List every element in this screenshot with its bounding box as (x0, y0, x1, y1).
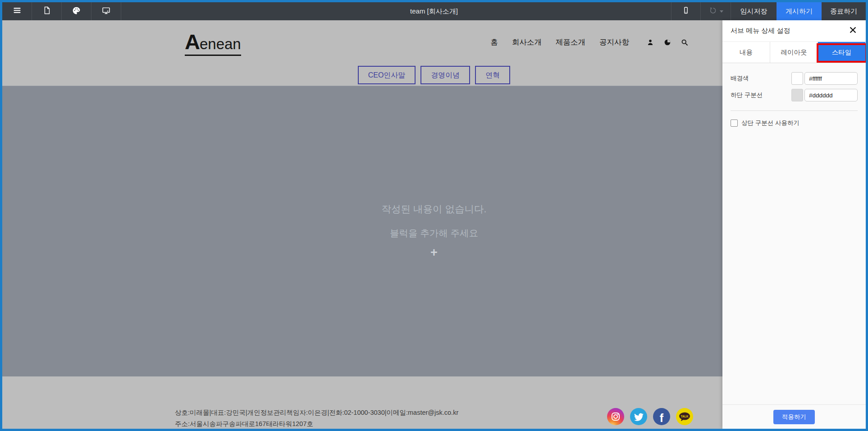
footer-company-info: 상호:미래몰|대표:강민국|개인정보관리책임자:이은경|전화:02-1000-3… (175, 407, 458, 430)
page-icon (42, 6, 51, 17)
footer-info-line1: 상호:미래몰|대표:강민국|개인정보관리책임자:이은경|전화:02-1000-3… (175, 407, 458, 418)
submenu-button-history[interactable]: 연혁 (475, 66, 510, 84)
facebook-glyph: f (660, 413, 663, 424)
top-toolbar: team [회사소개] (2, 2, 866, 20)
top-divider-checkbox-row: 상단 구분선 사용하기 (731, 119, 858, 127)
undo-icon (708, 6, 717, 17)
site-logo[interactable]: Aenean (185, 29, 241, 56)
settings-panel-title: 서브 메뉴 상세 설정 (731, 27, 790, 35)
background-color-label: 배경색 (731, 74, 791, 83)
editor-screen: team [회사소개] (0, 0, 868, 431)
background-color-swatch[interactable] (791, 72, 803, 85)
settings-panel-header: 서브 메뉴 상세 설정 (722, 20, 866, 42)
undo-button[interactable] (700, 2, 731, 20)
twitter-icon[interactable] (630, 408, 647, 425)
temp-save-button[interactable]: 임시저장 (731, 2, 777, 20)
submenu-button-philosophy[interactable]: 경영이념 (420, 66, 470, 84)
social-icon-row: f TALK (607, 408, 693, 425)
palette-icon (72, 6, 81, 17)
nav-item-notice[interactable]: 공지사항 (599, 37, 629, 47)
field-row-bottom-divider: 하단 구분선 (731, 89, 858, 101)
apply-button[interactable]: 적용하기 (773, 410, 815, 424)
close-button[interactable] (848, 25, 858, 37)
preview-button[interactable] (91, 2, 121, 20)
menu-button[interactable] (2, 2, 32, 20)
kakaotalk-icon[interactable]: TALK (676, 408, 693, 425)
instagram-icon[interactable] (607, 408, 624, 425)
settings-tabs: 내용 레이아웃 스타일 (722, 42, 866, 63)
top-divider-checkbox-label: 상단 구분선 사용하기 (741, 119, 799, 127)
nav-item-home[interactable]: 홈 (491, 37, 498, 47)
hamburger-icon (13, 6, 22, 17)
nav-icon-group (646, 38, 689, 46)
settings-panel-footer: 적용하기 (722, 404, 866, 429)
bottom-divider-label: 하단 구분선 (731, 91, 791, 99)
submenu-button-ceo[interactable]: CEO인사말 (358, 66, 416, 84)
background-color-input[interactable] (804, 72, 858, 85)
globe-icon[interactable] (663, 38, 672, 46)
monitor-icon (101, 6, 111, 17)
nav-item-company[interactable]: 회사소개 (512, 37, 542, 47)
site-nav: 홈 회사소개 제품소개 공지사항 (491, 37, 630, 47)
settings-panel: 서브 메뉴 상세 설정 내용 레이아웃 스타일 배경색 하단 구분선 (722, 20, 866, 429)
settings-panel-body: 배경색 하단 구분선 상단 구분선 사용하기 (722, 63, 866, 404)
logo-rest: enean (200, 36, 241, 52)
tab-layout[interactable]: 레이아웃 (770, 42, 818, 63)
kakao-glyph: TALK (681, 415, 689, 418)
toolbar-left-group (2, 2, 121, 20)
bottom-divider-input[interactable] (804, 89, 858, 101)
facebook-icon[interactable]: f (653, 408, 670, 425)
top-divider-checkbox[interactable] (731, 119, 738, 127)
tab-content[interactable]: 내용 (722, 42, 770, 63)
field-row-background-color: 배경색 (731, 72, 858, 85)
caret-down-icon (720, 10, 723, 13)
site-nav-wrap: 홈 회사소개 제품소개 공지사항 (491, 37, 689, 47)
publish-button[interactable]: 게시하기 (777, 2, 822, 20)
tab-style[interactable]: 스타일 (818, 42, 866, 63)
search-icon[interactable] (681, 38, 689, 46)
mobile-icon (681, 6, 690, 17)
mobile-preview-button[interactable] (671, 2, 700, 20)
page-button[interactable] (32, 2, 62, 20)
section-divider (731, 110, 858, 111)
site-header-inner: Aenean 홈 회사소개 제품소개 공지사항 (185, 20, 689, 64)
toolbar-right-group: 임시저장 게시하기 종료하기 (671, 2, 866, 20)
footer-info-line2: 주소:서울시송파구송파대로167태라타워1207호 (175, 418, 458, 430)
logo-initial: A (185, 30, 200, 54)
user-icon[interactable] (646, 38, 654, 46)
site-footer-inner: 상호:미래몰|대표:강민국|개인정보관리책임자:이은경|전화:02-1000-3… (175, 407, 693, 430)
close-icon (850, 27, 856, 35)
bottom-divider-swatch[interactable] (791, 89, 803, 101)
design-button[interactable] (62, 2, 91, 20)
nav-item-products[interactable]: 제품소개 (556, 37, 585, 47)
exit-button[interactable]: 종료하기 (822, 2, 866, 20)
